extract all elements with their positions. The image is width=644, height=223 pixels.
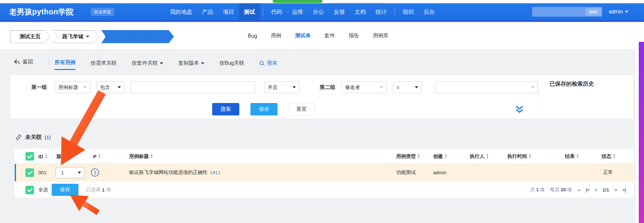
case-title-text: 验证路飞学城网站功能选项的正确性（ [129, 169, 212, 176]
sort-icon[interactable] [150, 154, 153, 159]
sort-icon[interactable] [576, 154, 579, 159]
search-save-button[interactable]: 保存 [250, 103, 278, 115]
toolbar-search[interactable]: 搜索 [259, 59, 277, 70]
prev-page-icon[interactable]: < [595, 187, 597, 193]
table-row[interactable]: 001 1 3 验证路飞学城网站功能选项的正确性（#1） 功能测试 admin … [15, 164, 634, 181]
section-count: (1) [45, 134, 51, 140]
chevron-down-icon [531, 86, 534, 88]
breadcrumb-product[interactable]: 路飞学城 [53, 30, 99, 43]
case-title-suffix: ） [218, 169, 223, 176]
search-reset-button[interactable]: 重置 [288, 103, 315, 115]
batch-save-button[interactable]: 保存 [52, 184, 78, 196]
last-page-icon[interactable]: >| [622, 187, 626, 193]
user-menu[interactable]: admin [609, 3, 628, 20]
total-count: 共1项 [530, 187, 545, 193]
breadcrumb-test-home[interactable]: 测试主页 [10, 30, 50, 43]
per-page-caret-icon[interactable] [577, 189, 581, 191]
header-type[interactable]: 用例类型 [396, 149, 420, 164]
global-search-input[interactable] [535, 7, 584, 17]
nav-item-project[interactable]: 项目 [218, 3, 239, 20]
search-submit-button[interactable]: 搜索 [212, 103, 239, 115]
field2-select[interactable]: 修改者 [342, 81, 387, 93]
select-all-checkbox[interactable] [25, 152, 34, 161]
nav-item-org[interactable]: 组织 [398, 3, 419, 20]
version-select[interactable]: 1 [56, 167, 84, 178]
go-button[interactable]: GO! [585, 8, 601, 16]
header-title[interactable]: 用例标题 [129, 149, 153, 164]
nav-item-ops[interactable]: 运维 [287, 3, 308, 20]
browser-green-button-fragment [273, 0, 322, 3]
header-status[interactable]: 状态 [602, 149, 616, 164]
chevron-down-icon [293, 86, 296, 88]
header-creator[interactable]: 创建 [433, 149, 447, 164]
desktop-edge [639, 42, 644, 223]
toolbar-link-by-bug[interactable]: 按Bug关联 [219, 59, 244, 70]
joiner-select[interactable]: 并且 [264, 81, 299, 93]
row-creator: admin [433, 164, 447, 181]
tab-suite[interactable]: 套件 [324, 32, 335, 39]
tab-case[interactable]: 用例 [271, 32, 281, 39]
per-page[interactable]: 每页20项 [550, 187, 572, 193]
chevron-down-icon [78, 172, 81, 174]
chevron-down-icon [83, 86, 87, 88]
sort-icon[interactable] [445, 154, 447, 159]
sort-icon[interactable] [486, 154, 489, 159]
value1-input[interactable] [130, 81, 255, 93]
back-button[interactable]: 返回 [14, 59, 33, 65]
header-id[interactable]: ID [38, 149, 47, 164]
crumb-label: 测试主页 [20, 33, 41, 40]
header-priority[interactable]: P [93, 149, 101, 164]
expand-more-icon[interactable] [515, 105, 524, 115]
section-unlinked: 未关联 (1) [15, 133, 51, 141]
nav-item-stats[interactable]: 统计 [371, 3, 392, 20]
nav-item-code[interactable]: 代码 [266, 3, 287, 20]
chevron-down-icon [161, 36, 164, 38]
panel-divider [538, 78, 538, 116]
row-accent-bar [15, 164, 16, 181]
tab-testtask[interactable]: 测试单 [295, 32, 311, 39]
nav-item-feedback[interactable]: 反馈 [329, 3, 350, 20]
sort-icon[interactable] [98, 154, 101, 159]
tab-report[interactable]: 报告 [348, 32, 359, 39]
nav-item-office[interactable]: 办公 [308, 3, 329, 20]
value2-select[interactable] [435, 81, 538, 93]
group2-label: 第二组 [320, 84, 335, 91]
browser-field-fragment [330, 0, 384, 3]
case-link[interactable]: #1 [212, 170, 218, 175]
toolbar-all-cases[interactable]: 所有用例 [55, 59, 76, 70]
nav-item-my[interactable]: 我的地盘 [165, 3, 197, 20]
operator1-select[interactable]: 包含 [96, 81, 125, 93]
first-page-icon[interactable]: |< [586, 187, 589, 193]
nav-item-test[interactable]: 测试 [239, 3, 260, 20]
sort-icon[interactable] [45, 154, 47, 159]
select-all-label[interactable]: 全选 [38, 181, 48, 198]
table-header: ID 版本 P 用例标题 用例类型 创建 执行人 执行时间 结果 状态 [15, 149, 634, 164]
tab-bug[interactable]: Bug [248, 33, 257, 39]
back-arrow-icon [14, 59, 20, 65]
back-label: 返回 [23, 59, 33, 65]
toolbar-copy-version[interactable]: 复制版本 [178, 59, 204, 70]
toolbar-link-by-story[interactable]: 按需求关联 [91, 59, 117, 70]
nav-item-product[interactable]: 产品 [197, 3, 218, 20]
tab-caselib[interactable]: 用例库 [373, 32, 388, 39]
link-icon [15, 134, 22, 141]
sort-icon[interactable] [613, 154, 616, 159]
toolbar-link-by-suite[interactable]: 按套件关联 [132, 59, 163, 70]
nav-item-doc[interactable]: 文档 [350, 3, 371, 20]
sort-icon[interactable] [529, 154, 531, 159]
header-exec-time[interactable]: 执行时间 [507, 149, 531, 164]
field1-select[interactable]: 用例标题 [55, 81, 90, 93]
sort-icon[interactable] [417, 154, 420, 159]
header-executor[interactable]: 执行人 [470, 149, 489, 164]
search-icon [259, 60, 265, 66]
row-checkbox[interactable] [25, 168, 34, 177]
footer-select-all-checkbox[interactable] [25, 186, 34, 194]
nav-item-admin-panel[interactable]: 后台 [419, 3, 440, 20]
pagination: 共1项 每页20项 |< < 1/1 > >| [530, 181, 626, 198]
breadcrumb-testtask[interactable]: 路飞学城第一轮测试 [101, 30, 174, 43]
header-result[interactable]: 结果 [565, 149, 579, 164]
next-page-icon[interactable]: > [614, 187, 617, 193]
header-version[interactable]: 版本 [57, 149, 71, 164]
sort-icon[interactable] [68, 154, 71, 159]
operator2-select[interactable]: = [393, 81, 422, 93]
